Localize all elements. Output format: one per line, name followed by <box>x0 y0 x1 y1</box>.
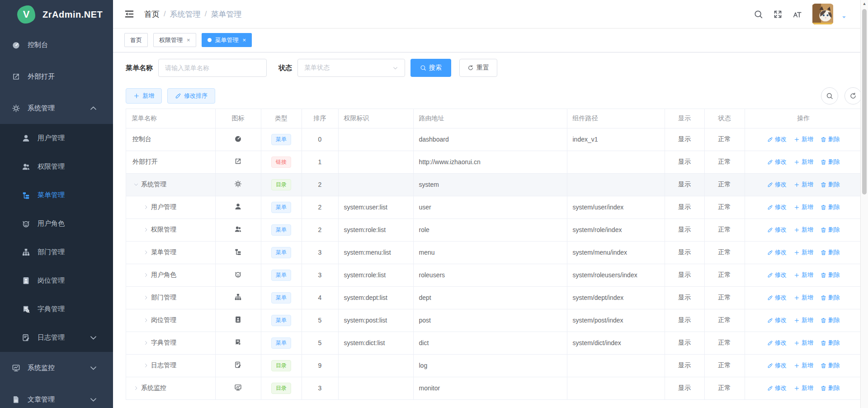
sidebar-item-dashboard[interactable]: 控制台 <box>0 29 113 61</box>
user-icon <box>234 203 242 210</box>
avatar-caret-icon[interactable] <box>841 14 847 20</box>
delete-link[interactable]: 删除 <box>821 248 840 256</box>
reset-button[interactable]: 重置 <box>459 59 497 77</box>
delete-link[interactable]: 删除 <box>821 203 840 211</box>
expand-down-icon[interactable] <box>133 182 139 187</box>
sidebar-item-external[interactable]: 外部打开 <box>0 61 113 92</box>
breadcrumb-item[interactable]: 首页 <box>144 9 160 19</box>
sidebar-item-dept[interactable]: 部门管理 <box>0 238 113 266</box>
add-link[interactable]: 新增 <box>794 158 813 166</box>
plus-icon <box>794 137 800 142</box>
avatar[interactable] <box>812 4 834 24</box>
edit-link[interactable]: 修改 <box>767 361 787 370</box>
delete-link[interactable]: 删除 <box>821 135 840 143</box>
expand-right-icon[interactable] <box>143 318 149 323</box>
table-refresh-button[interactable] <box>844 87 862 104</box>
delete-link[interactable]: 删除 <box>821 226 840 234</box>
type-tag: 菜单 <box>271 202 291 213</box>
edit-link[interactable]: 修改 <box>767 180 787 189</box>
sidebar-item-post[interactable]: 岗位管理 <box>0 266 113 295</box>
brand-name: ZrAdmin.NET <box>42 9 103 20</box>
delete-link[interactable]: 删除 <box>821 316 840 324</box>
tab-menu[interactable]: 菜单管理× <box>202 33 252 47</box>
edit-link[interactable]: 修改 <box>767 339 787 347</box>
type-tag: 目录 <box>271 383 291 394</box>
delete-link[interactable]: 删除 <box>821 339 840 347</box>
menu-name-text: 字典管理 <box>151 339 176 347</box>
edit-link[interactable]: 修改 <box>767 226 787 234</box>
edit-link[interactable]: 修改 <box>767 271 787 279</box>
expand-right-icon[interactable] <box>143 227 149 232</box>
delete-link-label: 删除 <box>828 180 840 189</box>
tree-cell: 外部打开 <box>132 158 210 166</box>
window-scrollbar[interactable]: ▲ <box>860 0 868 408</box>
add-link[interactable]: 新增 <box>794 180 813 189</box>
add-link[interactable]: 新增 <box>794 135 813 143</box>
add-link[interactable]: 新增 <box>794 226 813 234</box>
edit-link[interactable]: 修改 <box>767 203 787 211</box>
expand-right-icon[interactable] <box>143 363 149 368</box>
edit-link[interactable]: 修改 <box>767 158 787 166</box>
edit-link[interactable]: 修改 <box>767 316 787 324</box>
table-search-button[interactable] <box>821 87 838 104</box>
sidebar-item-system[interactable]: 系统管理 <box>0 92 113 124</box>
sidebar-item-menu[interactable]: 菜单管理 <box>0 181 113 209</box>
cell-component: system/role/index <box>567 218 665 241</box>
expand-right-icon[interactable] <box>133 385 139 391</box>
search-button[interactable]: 搜索 <box>410 59 451 77</box>
cell-perm <box>338 173 413 196</box>
add-link[interactable]: 新增 <box>794 384 813 392</box>
add-link-label: 新增 <box>802 384 813 392</box>
edit-sort-button[interactable]: 修改排序 <box>167 88 215 104</box>
sidebar-item-roleusers[interactable]: 用户角色 <box>0 209 113 238</box>
scrollbar-thumb[interactable] <box>862 9 867 195</box>
delete-link[interactable]: 删除 <box>821 158 840 166</box>
expand-right-icon[interactable] <box>143 272 149 278</box>
add-link[interactable]: 新增 <box>794 271 813 279</box>
sidebar-item-monitor[interactable]: 系统监控 <box>0 352 113 384</box>
scrollbar-up-icon[interactable]: ▲ <box>861 1 868 6</box>
add-button[interactable]: 新增 <box>126 88 162 104</box>
delete-link-label: 删除 <box>828 361 840 370</box>
expand-right-icon[interactable] <box>143 340 149 346</box>
add-link[interactable]: 新增 <box>794 294 813 302</box>
cell-sort: 1 <box>302 151 338 173</box>
sidebar-item-article[interactable]: 文章管理 <box>0 384 113 408</box>
add-link[interactable]: 新增 <box>794 203 813 211</box>
brand[interactable]: V ZrAdmin.NET <box>0 0 113 29</box>
expand-right-icon[interactable] <box>143 250 149 255</box>
search-icon[interactable] <box>754 9 763 19</box>
add-link[interactable]: 新增 <box>794 339 813 347</box>
delete-link[interactable]: 删除 <box>821 294 840 302</box>
edit-link[interactable]: 修改 <box>767 248 787 256</box>
column-header-route: 路由地址 <box>413 109 567 128</box>
fullscreen-icon[interactable] <box>773 9 783 19</box>
menu-name-input[interactable] <box>158 59 267 77</box>
sidebar-item-dict[interactable]: 字典管理 <box>0 295 113 323</box>
sidebar-item-role[interactable]: 权限管理 <box>0 152 113 181</box>
sidebar-item-log[interactable]: 日志管理 <box>0 323 113 352</box>
expand-right-icon[interactable] <box>143 295 149 300</box>
tab-role[interactable]: 权限管理× <box>153 33 196 47</box>
edit-link[interactable]: 修改 <box>767 384 787 392</box>
table-row-post: 岗位管理菜单5system:post:listpostsystem/post/i… <box>126 309 862 332</box>
edit-link[interactable]: 修改 <box>767 135 787 143</box>
edit-link[interactable]: 修改 <box>767 294 787 302</box>
table-row-system: 系统管理目录2system显示正常修改新增删除 <box>126 173 862 196</box>
tab-home[interactable]: 首页 <box>124 33 148 47</box>
add-link[interactable]: 新增 <box>794 248 813 256</box>
sidebar-item-user[interactable]: 用户管理 <box>0 124 113 152</box>
expand-right-icon[interactable] <box>143 204 149 210</box>
dashboard-icon <box>12 41 20 49</box>
delete-link[interactable]: 删除 <box>821 361 840 370</box>
add-link[interactable]: 新增 <box>794 316 813 324</box>
sidebar-fold-icon[interactable] <box>124 9 134 19</box>
add-link[interactable]: 新增 <box>794 361 813 370</box>
font-size-icon[interactable] <box>793 9 802 19</box>
status-select[interactable]: 菜单状态 <box>297 59 405 77</box>
close-icon[interactable]: × <box>187 37 190 43</box>
close-icon[interactable]: × <box>243 37 246 43</box>
delete-link[interactable]: 删除 <box>821 384 840 392</box>
delete-link[interactable]: 删除 <box>821 271 840 279</box>
delete-link[interactable]: 删除 <box>821 180 840 189</box>
